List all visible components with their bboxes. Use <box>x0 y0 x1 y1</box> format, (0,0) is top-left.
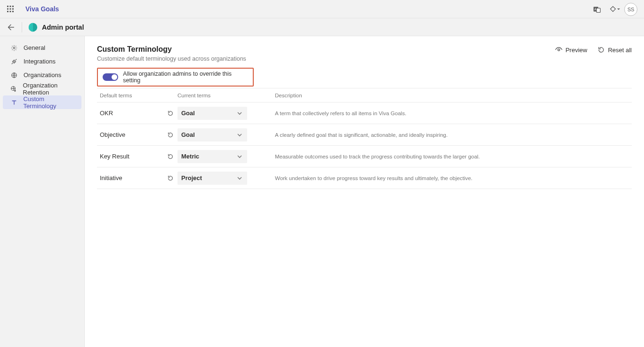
dropdown-value: Goal <box>181 131 195 138</box>
svg-rect-10 <box>596 8 600 12</box>
text-icon <box>10 99 17 106</box>
diamond-icon[interactable] <box>608 5 618 14</box>
viva-goals-logo-icon <box>28 22 38 32</box>
svg-rect-4 <box>10 8 11 10</box>
globe-icon <box>10 71 18 79</box>
col-default-header: Default terms <box>100 93 177 98</box>
sidebar-item-custom-terminology[interactable]: Custom Terminology <box>3 95 81 109</box>
eye-icon <box>555 46 563 54</box>
chevron-down-icon <box>237 110 243 117</box>
row-reset-icon[interactable] <box>167 110 174 117</box>
table-row: Initiative Project Work undertaken to dr… <box>97 167 632 189</box>
sidebar-item-label: Organizations <box>24 71 61 79</box>
svg-rect-5 <box>12 8 14 10</box>
svg-rect-3 <box>7 8 8 10</box>
svg-rect-2 <box>12 6 14 7</box>
sidebar-item-label: Organization Retention <box>23 82 80 96</box>
svg-rect-0 <box>7 6 8 7</box>
override-toggle-label: Allow organization admins to override th… <box>123 71 248 84</box>
sidebar-item-organization-retention[interactable]: Organization Retention <box>0 82 84 95</box>
plug-icon <box>10 58 18 65</box>
reset-all-button[interactable]: Reset all <box>597 46 632 54</box>
globe-shield-icon <box>10 85 17 93</box>
preview-label: Preview <box>565 47 587 54</box>
svg-rect-1 <box>10 6 11 7</box>
translate-icon[interactable]: A <box>592 5 602 14</box>
current-term-dropdown[interactable]: Goal <box>177 107 247 120</box>
preview-button[interactable]: Preview <box>555 46 587 54</box>
divider <box>22 22 22 32</box>
svg-rect-8 <box>12 11 14 12</box>
toggle-knob <box>112 74 117 80</box>
main-content: Custom Terminology Customize default ter… <box>85 36 644 347</box>
row-reset-icon[interactable] <box>167 153 174 160</box>
top-bar-right: A SS <box>592 0 637 18</box>
svg-rect-7 <box>10 11 11 12</box>
row-reset-icon[interactable] <box>167 132 174 138</box>
product-name[interactable]: Viva Goals <box>25 5 59 13</box>
table-header: Default terms Current terms Description <box>97 88 632 103</box>
svg-point-13 <box>13 47 15 49</box>
page-title: Custom Terminology <box>97 45 555 54</box>
sidebar: General Integrations Organizations Organ… <box>0 36 85 347</box>
override-toggle-row: Allow organization admins to override th… <box>97 68 254 87</box>
back-icon[interactable] <box>7 23 15 32</box>
term-description: A term that collectively refers to all i… <box>268 110 629 116</box>
sidebar-item-label: Integrations <box>24 58 56 65</box>
default-term: Key Result <box>100 153 129 160</box>
default-term: Objective <box>100 131 125 138</box>
terms-table: Default terms Current terms Description … <box>97 88 632 189</box>
sidebar-item-integrations[interactable]: Integrations <box>0 55 84 68</box>
chevron-down-icon <box>237 132 243 138</box>
term-description: A clearly defined goal that is significa… <box>268 132 629 138</box>
term-description: Measurable outcomes used to track the pr… <box>268 154 629 159</box>
term-description: Work undertaken to drive progress toward… <box>268 175 629 181</box>
table-row: Key Result Metric Measurable outcomes us… <box>97 146 632 167</box>
col-description-header: Description <box>268 93 629 98</box>
table-row: Objective Goal A clearly defined goal th… <box>97 124 632 146</box>
dropdown-value: Metric <box>181 153 199 160</box>
top-bar: Viva Goals A SS <box>0 0 644 18</box>
sidebar-item-label: General <box>24 44 45 51</box>
svg-rect-6 <box>7 11 8 12</box>
chevron-down-icon <box>237 153 243 160</box>
default-term: OKR <box>100 110 113 117</box>
override-toggle[interactable] <box>103 73 118 81</box>
reset-icon <box>597 46 605 54</box>
svg-point-16 <box>558 49 560 51</box>
current-term-dropdown[interactable]: Goal <box>177 128 247 142</box>
avatar[interactable]: SS <box>624 3 637 16</box>
chevron-down-icon <box>237 175 243 181</box>
sidebar-item-label: Custom Terminology <box>23 95 77 110</box>
portal-title: Admin portal <box>42 24 84 31</box>
sidebar-item-general[interactable]: General <box>0 41 84 55</box>
sidebar-item-organizations[interactable]: Organizations <box>0 68 84 82</box>
table-row: OKR Goal A term that collectively refers… <box>97 103 632 124</box>
gear-icon <box>10 44 18 52</box>
waffle-icon[interactable] <box>7 5 14 13</box>
default-term: Initiative <box>100 174 122 181</box>
reset-all-label: Reset all <box>608 47 632 54</box>
second-bar: Admin portal <box>0 18 644 36</box>
col-current-header: Current terms <box>177 93 268 98</box>
current-term-dropdown[interactable]: Project <box>177 172 247 185</box>
row-reset-icon[interactable] <box>167 175 174 181</box>
dropdown-value: Project <box>181 174 202 181</box>
current-term-dropdown[interactable]: Metric <box>177 150 247 163</box>
dropdown-value: Goal <box>181 110 195 117</box>
page-subtitle: Customize default terminology used acros… <box>97 55 555 62</box>
